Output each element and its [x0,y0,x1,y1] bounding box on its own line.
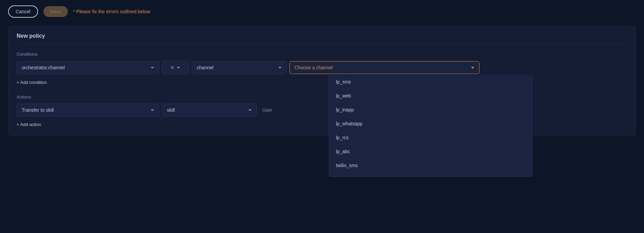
condition-value-chevron-icon [278,67,282,69]
channel-option-lp-whatsapp[interactable]: lp_whatsapp [329,117,532,131]
action-value-chevron-icon [248,109,252,111]
channel-select-dropdown[interactable]: Choose a channel [289,61,479,74]
policy-title: New policy [17,33,627,45]
channel-placeholder: Choose a channel [295,65,333,70]
error-message: * Please fix the errors outlined below [73,9,150,14]
action-user-label: User [260,104,275,116]
policy-container: New policy Conditions orchestrator.chann… [8,26,636,136]
condition-field-chevron-icon [151,67,154,69]
condition-operator-symbol: = [171,65,174,71]
condition-value-dropdown[interactable]: channel [192,61,287,74]
actions-label: Actions [17,94,627,100]
top-bar: Cancel Save * Please fix the errors outl… [0,0,644,23]
channel-option-lp-rcs[interactable]: lp_rcs [329,131,532,145]
channel-option-lp-web[interactable]: lp_web [329,89,532,103]
condition-field-dropdown[interactable]: orchestrator.channel [17,61,159,74]
cancel-button[interactable]: Cancel [8,5,38,18]
add-condition-label: + Add condition [17,80,47,85]
action-field-dropdown[interactable]: Transfer to skill [17,104,159,116]
action-value-dropdown[interactable]: skill [162,104,257,116]
action-field-value: Transfer to skill [22,107,54,113]
condition-value-text: channel [197,65,213,70]
action-value-text: skill [167,107,175,113]
channel-dropdown-menu: lp_sms lp_web lp_inapp lp_whatsapp lp_rc… [329,75,532,177]
condition-operator-chevron-icon [177,67,180,69]
channel-option-lp-fb[interactable]: lp_fb [329,173,532,177]
condition-operator-dropdown[interactable]: = [162,61,189,74]
add-action-label: + Add action [17,122,41,127]
add-action-button[interactable]: + Add action [17,121,41,128]
conditions-label: Conditions [17,52,627,57]
channel-option-twilio-sms[interactable]: twilio_sms [329,159,532,173]
save-button[interactable]: Save [43,6,68,17]
channel-chevron-icon [471,67,474,69]
actions-section: Actions Transfer to skill skill User + A… [17,94,627,128]
conditions-section: Conditions orchestrator.channel = channe… [17,52,627,86]
condition-row: orchestrator.channel = channel Choose a … [17,61,627,74]
add-condition-button[interactable]: + Add condition [17,78,47,86]
channel-option-lp-abc[interactable]: lp_abc [329,145,532,159]
channel-option-lp-sms[interactable]: lp_sms [329,75,532,89]
action-field-chevron-icon [151,109,154,111]
channel-option-lp-inapp[interactable]: lp_inapp [329,103,532,117]
condition-field-value: orchestrator.channel [22,65,65,70]
action-row: Transfer to skill skill User [17,104,627,116]
